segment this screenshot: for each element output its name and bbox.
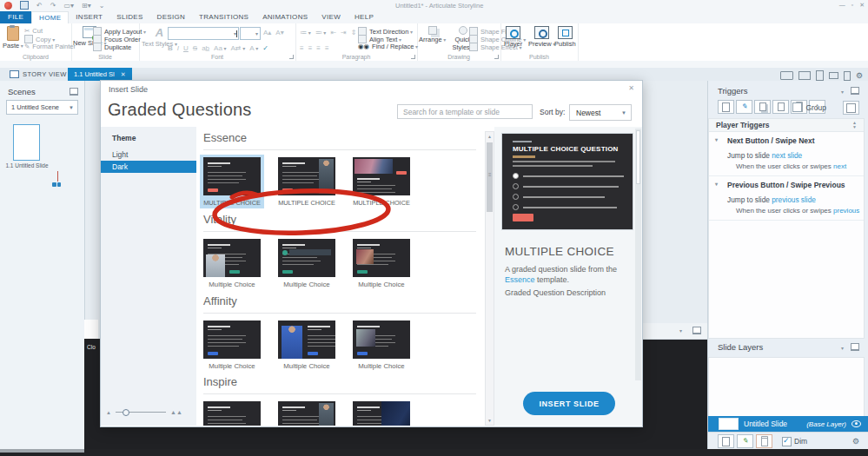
trigger-panel-toggle-button[interactable]: [843, 101, 859, 115]
paragraph-dialog-launcher-icon[interactable]: [411, 55, 415, 59]
scene-selector-dropdown[interactable]: 1 Untitled Scene▼: [6, 100, 78, 115]
drawing-dialog-launcher-icon[interactable]: [494, 55, 499, 59]
theme-option-dark[interactable]: Dark: [101, 161, 196, 173]
tab-transitions[interactable]: TRANSITIONS: [192, 11, 255, 23]
layers-pin-icon[interactable]: [851, 343, 859, 351]
trigger-condition[interactable]: When the user clicks or swipes next: [709, 162, 864, 170]
clear-format-icon[interactable]: ✓: [262, 44, 268, 52]
template-card-selected[interactable]: MULTIPLE CHOICE: [200, 155, 264, 208]
indent-icon[interactable]: ⇥: [341, 29, 347, 36]
paste-trigger-button[interactable]: [772, 100, 789, 114]
change-case-icon[interactable]: Aa: [214, 44, 226, 52]
customize-toolbar-icon[interactable]: ⌄: [99, 2, 105, 10]
align-right-icon[interactable]: ≡: [316, 44, 321, 52]
trigger-condition[interactable]: When the user clicks or swipes previous: [709, 207, 864, 215]
triggers-collapse-icon[interactable]: ▾: [841, 89, 844, 95]
trigger-heading[interactable]: Previous Button / Swipe Previous: [709, 181, 864, 189]
trigger-event-link[interactable]: next: [833, 162, 846, 170]
template-card[interactable]: Multiple Choice: [200, 236, 264, 290]
record-quick-icon[interactable]: ⊞▾: [82, 2, 91, 10]
bullets-icon[interactable]: ≔: [300, 29, 311, 36]
trigger-target-link[interactable]: next slide: [772, 151, 802, 160]
find-replace-button[interactable]: ◉◉Find / Replace: [358, 43, 418, 50]
dim-checkbox[interactable]: [782, 437, 792, 446]
timeline-pin-icon[interactable]: [692, 327, 701, 334]
font-size-combo[interactable]: ▾: [240, 27, 261, 40]
bold-button[interactable]: B: [168, 44, 173, 52]
scroll-down-icon[interactable]: ▼: [486, 418, 494, 423]
paste-button[interactable]: Paste: [3, 26, 23, 50]
template-card[interactable]: MULTIPLE CHOICE: [275, 155, 339, 208]
preview-button[interactable]: Preview: [528, 26, 555, 48]
trigger-event-link[interactable]: previous: [833, 207, 859, 215]
scrollbar-thumb[interactable]: [487, 142, 493, 212]
publish-button[interactable]: Publish: [554, 26, 576, 48]
phone-landscape-view-icon[interactable]: [829, 72, 838, 79]
trigger-action[interactable]: Jump to slide previous slide: [709, 195, 864, 204]
preview-scrollbar[interactable]: [635, 129, 641, 380]
arrange-button[interactable]: Arrange: [419, 26, 446, 43]
base-layer-row[interactable]: Untitled Slide (Base Layer): [708, 416, 868, 432]
copy-trigger-button[interactable]: [754, 100, 771, 114]
template-card[interactable]: [200, 399, 264, 426]
essence-link[interactable]: Essence: [505, 275, 535, 284]
undo-icon[interactable]: ↶: [36, 2, 43, 10]
collapse-chevron-icon[interactable]: ▾: [679, 327, 682, 334]
highlight-icon[interactable]: ab̲: [202, 44, 209, 52]
char-spacing-icon[interactable]: A⇄: [231, 44, 246, 52]
close-tab-icon[interactable]: ✕: [121, 71, 126, 78]
template-card[interactable]: Multiple Choice: [349, 318, 414, 372]
group-checkbox[interactable]: [792, 102, 802, 112]
layer-visibility-eye-icon[interactable]: [851, 420, 861, 427]
theme-option-light[interactable]: Light: [101, 149, 196, 161]
tab-file[interactable]: FILE: [0, 11, 31, 23]
new-layer-button[interactable]: [718, 434, 734, 448]
pin-panel-icon[interactable]: [70, 88, 78, 96]
numbering-icon[interactable]: ≕: [315, 29, 327, 36]
underline-button[interactable]: U: [183, 44, 189, 52]
layers-collapse-icon[interactable]: ▾: [841, 345, 844, 351]
slide-thumbnail[interactable]: [13, 124, 40, 161]
font-dialog-launcher-icon[interactable]: [289, 55, 294, 59]
align-left-icon[interactable]: ≡: [300, 44, 304, 52]
layers-settings-gear-icon[interactable]: ⚙: [852, 438, 859, 446]
tablet-portrait-view-icon[interactable]: [816, 70, 824, 81]
outdent-icon[interactable]: ⇤: [330, 29, 336, 36]
desktop-view-icon[interactable]: [780, 71, 793, 80]
template-card[interactable]: Multiple Choice: [275, 236, 339, 290]
close-button[interactable]: ✕: [859, 2, 865, 9]
template-card[interactable]: Multiple Choice: [349, 236, 414, 290]
redo-icon[interactable]: ↷: [50, 2, 56, 10]
align-center-icon[interactable]: ≡: [308, 44, 313, 52]
minimize-button[interactable]: —: [839, 2, 845, 9]
template-card[interactable]: [275, 399, 339, 426]
new-trigger-button[interactable]: [718, 100, 734, 114]
phone-portrait-view-icon[interactable]: [844, 71, 851, 81]
edit-trigger-button[interactable]: ✎: [736, 100, 752, 114]
duplicate-layer-button[interactable]: ✎: [737, 434, 753, 448]
delete-layer-button[interactable]: [756, 434, 772, 448]
template-card[interactable]: [349, 399, 414, 426]
sort-dropdown[interactable]: Newest▼: [569, 104, 632, 121]
justify-icon[interactable]: ≡: [325, 44, 329, 52]
maximize-button[interactable]: ▫: [851, 2, 853, 9]
slide-tab-active[interactable]: 1.1 Untitled Sl ✕: [68, 68, 132, 81]
duplicate-button[interactable]: Duplicate: [93, 43, 131, 51]
tab-animations[interactable]: ANIMATIONS: [255, 11, 315, 23]
font-color-icon[interactable]: A: [249, 44, 258, 52]
cut-button[interactable]: ✂Cut: [24, 27, 43, 35]
font-name-combo[interactable]: ▾: [168, 27, 239, 40]
trigger-action[interactable]: Jump to slide next slide: [709, 151, 864, 160]
save-icon[interactable]: [20, 1, 29, 10]
sort-triggers-icon[interactable]: ▲▼: [852, 121, 857, 129]
dialog-close-icon[interactable]: ✕: [628, 84, 634, 92]
tab-help[interactable]: HELP: [348, 11, 381, 23]
template-card[interactable]: Multiple Choice: [200, 318, 264, 372]
insert-slide-button[interactable]: INSERT SLIDE: [523, 392, 615, 415]
player-button[interactable]: Player: [504, 26, 522, 48]
zoom-slider-handle[interactable]: [123, 409, 129, 416]
tab-slides[interactable]: SLIDES: [109, 11, 149, 23]
zoom-slider[interactable]: [116, 412, 166, 413]
tab-insert[interactable]: INSERT: [69, 11, 109, 23]
trigger-target-link[interactable]: previous slide: [772, 195, 816, 204]
